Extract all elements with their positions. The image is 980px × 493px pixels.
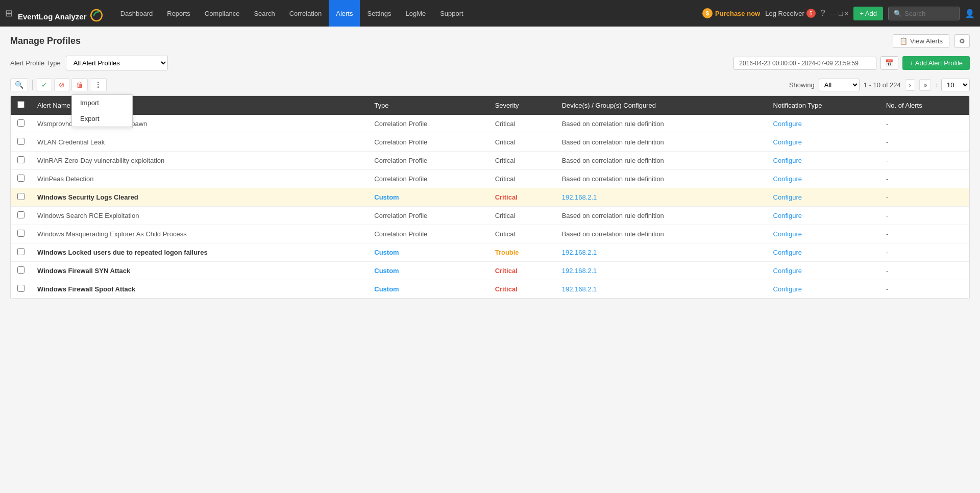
calendar-button[interactable]: 📅 xyxy=(880,56,898,70)
notification-type-cell[interactable]: Configure xyxy=(767,262,880,280)
alerts-table: Alert Name ▲ Type Severity Device(s) / G… xyxy=(11,96,969,299)
severity-cell: Critical xyxy=(489,225,556,243)
nav-support[interactable]: Support xyxy=(433,0,471,27)
nav-alerts[interactable]: Alerts xyxy=(329,0,360,27)
table-header-row: Alert Name ▲ Type Severity Device(s) / G… xyxy=(11,96,969,115)
settings-gear-button[interactable]: ⚙ xyxy=(954,34,970,48)
enable-button[interactable]: ✓ xyxy=(37,78,52,91)
row-checkbox[interactable] xyxy=(17,138,24,145)
nav-reports[interactable]: Reports xyxy=(160,0,198,27)
add-alert-profile-button[interactable]: + Add Alert Profile xyxy=(902,56,970,70)
notification-type-cell[interactable]: Configure xyxy=(767,243,880,262)
app-logo: EventLog Analyzer xyxy=(18,6,103,21)
row-checkbox[interactable] xyxy=(17,119,24,127)
more-options-button[interactable]: ⋮ xyxy=(90,78,107,91)
notification-type-cell[interactable]: Configure xyxy=(767,207,880,225)
th-type[interactable]: Type xyxy=(368,96,488,115)
notification-type-cell[interactable]: Configure xyxy=(767,188,880,207)
type-cell: Custom xyxy=(368,262,488,280)
nav-search-box[interactable]: 🔍 xyxy=(888,7,960,20)
th-no-of-alerts[interactable]: No. of Alerts xyxy=(880,96,969,115)
grid-icon[interactable]: ⊞ xyxy=(5,8,13,19)
type-cell: Correlation Profile xyxy=(368,133,488,152)
alert-name-cell: Windows Locked users due to repeated log… xyxy=(31,243,368,262)
import-menu-item[interactable]: Import xyxy=(72,95,132,111)
th-devices[interactable]: Device(s) / Group(s) Configured xyxy=(556,96,767,115)
filter-row: Alert Profile Type All Alert Profiles Cu… xyxy=(10,56,970,70)
type-cell: Custom xyxy=(368,188,488,207)
nav-compliance[interactable]: Compliance xyxy=(198,0,247,27)
view-alerts-button[interactable]: 📋 View Alerts xyxy=(893,34,949,48)
nav-logme[interactable]: LogMe xyxy=(398,0,433,27)
nav-search-input[interactable] xyxy=(904,10,955,17)
notification-type-cell[interactable]: Configure xyxy=(767,115,880,133)
row-checkbox[interactable] xyxy=(17,230,24,237)
notification-type-cell[interactable]: Configure xyxy=(767,152,880,170)
row-checkbox[interactable] xyxy=(17,285,24,292)
search-tool-button[interactable]: 🔍 xyxy=(10,78,28,91)
no-of-alerts-cell: - xyxy=(880,262,969,280)
row-checkbox[interactable] xyxy=(17,156,24,163)
alert-name-cell: WLAN Credential Leak xyxy=(31,133,368,152)
log-receiver-link[interactable]: Log Receiver 5 xyxy=(765,9,816,18)
page-count: 1 - 10 of 224 xyxy=(864,81,901,89)
per-page-select[interactable]: 10 25 50 100 xyxy=(941,79,970,91)
user-icon[interactable]: 👤 xyxy=(965,9,975,18)
nav-right-actions: $ Purchase now Log Receiver 5 ? — □ × + … xyxy=(702,7,975,20)
severity-cell: Critical xyxy=(489,152,556,170)
profile-type-select[interactable]: All Alert Profiles Custom Correlation Pr… xyxy=(66,56,168,70)
severity-cell: Critical xyxy=(489,262,556,280)
notification-type-cell[interactable]: Configure xyxy=(767,170,880,188)
nav-dashboard[interactable]: Dashboard xyxy=(113,0,160,27)
toolbar: 🔍 ✓ ⊘ 🗑 ⋮ Import Export Showing All Acti… xyxy=(10,78,970,91)
no-of-alerts-cell: - xyxy=(880,115,969,133)
window-controls: — □ × xyxy=(830,10,849,17)
alert-name-cell: Windows Security Logs Cleared xyxy=(31,188,368,207)
type-cell: Correlation Profile xyxy=(368,152,488,170)
nav-correlation[interactable]: Correlation xyxy=(282,0,329,27)
table-row: Windows Firewall Spoof AttackCustomCriti… xyxy=(11,280,969,299)
date-range-input[interactable] xyxy=(733,57,876,70)
notification-type-cell[interactable]: Configure xyxy=(767,225,880,243)
add-button[interactable]: + Add xyxy=(853,7,883,20)
delete-button[interactable]: 🗑 xyxy=(71,78,88,91)
help-icon[interactable]: ? xyxy=(821,9,825,18)
devices-cell: 192.168.2.1 xyxy=(556,188,767,207)
no-of-alerts-cell: - xyxy=(880,280,969,299)
nav-search[interactable]: Search xyxy=(247,0,282,27)
table-row: Windows Security Logs ClearedCustomCriti… xyxy=(11,188,969,207)
last-page-button[interactable]: » xyxy=(919,79,931,91)
no-of-alerts-cell: - xyxy=(880,243,969,262)
app-name: EventLog Analyzer xyxy=(18,6,103,21)
select-all-checkbox[interactable] xyxy=(17,101,24,108)
showing-select[interactable]: All Active Inactive xyxy=(819,79,860,91)
disable-button[interactable]: ⊘ xyxy=(54,78,69,91)
severity-cell: Critical xyxy=(489,188,556,207)
th-severity[interactable]: Severity xyxy=(489,96,556,115)
alert-name-cell: Windows Firewall Spoof Attack xyxy=(31,280,368,299)
type-cell: Custom xyxy=(368,243,488,262)
severity-cell: Critical xyxy=(489,115,556,133)
devices-cell: 192.168.2.1 xyxy=(556,262,767,280)
row-checkbox[interactable] xyxy=(17,266,24,274)
next-page-button[interactable]: › xyxy=(905,79,915,91)
table-row: Windows Search RCE ExploitationCorrelati… xyxy=(11,207,969,225)
export-menu-item[interactable]: Export xyxy=(72,111,132,127)
row-checkbox[interactable] xyxy=(17,193,24,200)
row-checkbox[interactable] xyxy=(17,211,24,218)
notification-type-cell[interactable]: Configure xyxy=(767,133,880,152)
nav-settings[interactable]: Settings xyxy=(360,0,398,27)
notification-type-cell[interactable]: Configure xyxy=(767,280,880,299)
type-cell: Correlation Profile xyxy=(368,115,488,133)
row-checkbox[interactable] xyxy=(17,248,24,255)
th-notification-type[interactable]: Notification Type xyxy=(767,96,880,115)
toolbar-divider xyxy=(32,80,33,90)
purchase-now-link[interactable]: $ Purchase now xyxy=(702,8,760,18)
devices-cell: Based on correlation rule definition xyxy=(556,133,767,152)
purchase-coin-icon: $ xyxy=(702,8,713,18)
no-of-alerts-cell: - xyxy=(880,170,969,188)
type-cell: Correlation Profile xyxy=(368,170,488,188)
row-checkbox[interactable] xyxy=(17,175,24,182)
no-of-alerts-cell: - xyxy=(880,152,969,170)
alert-name-cell: WinPeas Detection xyxy=(31,170,368,188)
